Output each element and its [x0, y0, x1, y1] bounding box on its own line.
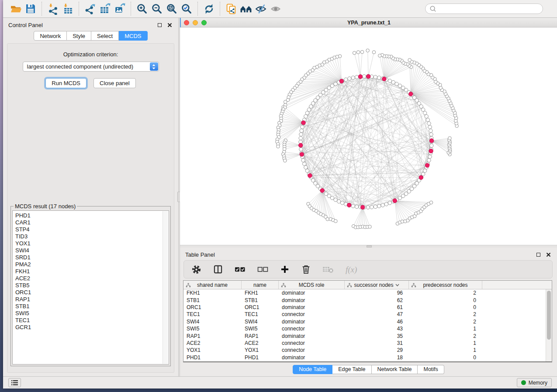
table-tab-motifs[interactable]: Motifs	[418, 365, 444, 374]
mcds-result-item[interactable]: ORC1	[15, 289, 169, 296]
tab-mcds[interactable]: MCDS	[119, 31, 147, 41]
table-row[interactable]: STB1STB1dominator620	[183, 296, 552, 303]
network-graph[interactable]	[180, 28, 557, 245]
mcds-result-item[interactable]: SRD1	[15, 254, 169, 261]
select-all-icon[interactable]	[235, 265, 246, 273]
optimization-criterion-value: largest connected component (undirected)	[27, 63, 134, 70]
tab-select[interactable]: Select	[91, 31, 119, 41]
table-row[interactable]: ACE2ACE2connector311	[183, 340, 552, 347]
run-mcds-button[interactable]: Run MCDS	[45, 78, 86, 88]
cell-predecessor-nodes: 2	[409, 319, 482, 325]
column-header-shared-name[interactable]: shared name	[183, 281, 242, 289]
mcds-result-item[interactable]: TID3	[15, 233, 169, 240]
mcds-result-item[interactable]: STB5	[15, 282, 169, 289]
open-file-icon[interactable]	[8, 2, 23, 16]
tab-network[interactable]: Network	[34, 31, 67, 41]
delete-columns-icon[interactable]	[301, 265, 311, 275]
table-row[interactable]: TEC1TEC1connector472	[183, 311, 552, 318]
right-column: YPA_prune.txt_1 Table Panel	[180, 18, 557, 376]
table-row[interactable]: SWI5SWI5connector431	[183, 325, 552, 332]
mcds-result-item[interactable]: GCR1	[15, 324, 169, 331]
window-minimize-icon[interactable]	[193, 20, 198, 25]
zoom-out-icon[interactable]	[149, 2, 164, 16]
zoom-in-icon[interactable]	[135, 2, 149, 16]
cell-shared-name: ORC1	[183, 304, 242, 310]
new-network-from-selection-icon[interactable]	[224, 2, 239, 16]
table-tab-network-table[interactable]: Network Table	[372, 365, 418, 374]
float-panel-icon[interactable]	[158, 23, 162, 27]
export-image-icon[interactable]	[112, 2, 127, 16]
table-mode-gear-icon[interactable]	[191, 265, 201, 275]
window-close-icon[interactable]	[184, 20, 189, 25]
mcds-result-list: PHD1CAR1STP4TID3YOX1SWI4SRD1PMA2FKH1ACE2…	[12, 210, 169, 364]
horizontal-splitter[interactable]	[180, 245, 557, 248]
deselect-all-icon[interactable]	[257, 265, 268, 273]
mcds-result-item[interactable]: FKH1	[15, 268, 169, 275]
search-input[interactable]	[439, 5, 539, 12]
create-column-icon[interactable]	[280, 265, 290, 274]
hide-selected-icon[interactable]	[253, 2, 268, 16]
column-header-MCDS-role[interactable]: MCDS role	[279, 281, 345, 289]
column-header-predecessor-nodes[interactable]: predecessor nodes	[409, 281, 482, 289]
close-panel-button[interactable]: Close panel	[93, 78, 136, 88]
export-table-icon[interactable]	[97, 2, 112, 16]
mcds-result-item[interactable]: TEC1	[15, 317, 169, 324]
cell-name: FKH1	[242, 290, 279, 296]
cell-successor-nodes: 62	[345, 297, 409, 303]
optimization-criterion-select[interactable]: largest connected component (undirected)	[23, 62, 159, 72]
cell-name: YOX1	[242, 347, 279, 353]
optimization-criterion-label: Optimization criterion:	[7, 51, 174, 58]
close-table-panel-icon[interactable]	[546, 252, 551, 257]
table-row[interactable]: ORC1ORC1dominator610	[183, 304, 552, 311]
cell-name: TEC1	[242, 311, 279, 317]
mcds-result-item[interactable]: STB1	[15, 303, 169, 310]
desktop-wallpaper: Control Panel NetworkStyleSelectMCDS Opt…	[0, 0, 557, 392]
table-tab-node-table[interactable]: Node Table	[293, 365, 332, 374]
window-zoom-icon[interactable]	[201, 20, 207, 25]
table-row[interactable]: SWI4SWI4dominator462	[183, 318, 552, 325]
save-session-icon[interactable]	[23, 2, 38, 16]
table-row[interactable]: RAP1RAP1dominator352	[183, 332, 552, 339]
task-history-button[interactable]	[8, 378, 21, 387]
memory-status-icon	[521, 380, 526, 385]
column-header-name[interactable]: name	[242, 281, 279, 289]
mcds-result-item[interactable]: SWI4	[15, 247, 169, 254]
import-table-icon[interactable]	[60, 2, 75, 16]
show-columns-icon[interactable]	[213, 265, 223, 274]
table-row[interactable]: PHD1PHD1dominator180	[183, 354, 552, 361]
close-panel-icon[interactable]	[167, 23, 172, 28]
show-graphics-details-icon[interactable]	[239, 2, 253, 16]
float-table-panel-icon[interactable]	[536, 253, 540, 257]
table-scrollbar-thumb[interactable]	[547, 291, 551, 340]
zoom-selected-icon[interactable]	[179, 2, 194, 16]
mcds-result-item[interactable]: STP4	[15, 226, 169, 233]
table-row[interactable]: FKH1FKH1dominator962	[183, 289, 552, 296]
mcds-result-item[interactable]: CAR1	[15, 219, 169, 226]
mcds-result-item[interactable]: PMA2	[15, 261, 169, 268]
column-header-successor-nodes[interactable]: successor nodes	[345, 281, 409, 289]
delete-table-icon[interactable]	[322, 265, 334, 273]
mcds-result-item[interactable]: SWI5	[15, 310, 169, 317]
table-row[interactable]: YOX1YOX1connector291	[183, 347, 552, 354]
memory-label: Memory	[529, 380, 547, 386]
mcds-result-title: MCDS result (17 nodes)	[14, 203, 77, 210]
network-canvas[interactable]	[180, 28, 557, 245]
table-tabs: Node TableEdge TableNetwork TableMotifs	[180, 362, 557, 376]
export-network-icon[interactable]	[83, 2, 97, 16]
mcds-result-item[interactable]: YOX1	[15, 240, 169, 247]
table-scrollbar[interactable]	[546, 289, 552, 361]
mcds-result-scrollbar[interactable]	[163, 211, 168, 364]
mcds-result-item[interactable]: RAP1	[15, 296, 169, 303]
import-network-icon[interactable]	[45, 2, 60, 16]
tab-style[interactable]: Style	[67, 31, 91, 41]
show-all-icon[interactable]	[268, 2, 283, 16]
horizontal-splitter-handle[interactable]	[367, 245, 372, 248]
zoom-fit-icon[interactable]	[164, 2, 179, 16]
apply-preferred-layout-icon[interactable]	[201, 2, 216, 16]
memory-button[interactable]: Memory	[517, 378, 552, 387]
mcds-result-item[interactable]: ACE2	[15, 275, 169, 282]
mcds-result-item[interactable]: PHD1	[15, 212, 169, 219]
table-tab-edge-table[interactable]: Edge Table	[332, 365, 371, 374]
function-builder-icon[interactable]: f(x)	[346, 265, 357, 274]
node-table-header: shared namenameMCDS rolesuccessor nodesp…	[183, 281, 552, 289]
